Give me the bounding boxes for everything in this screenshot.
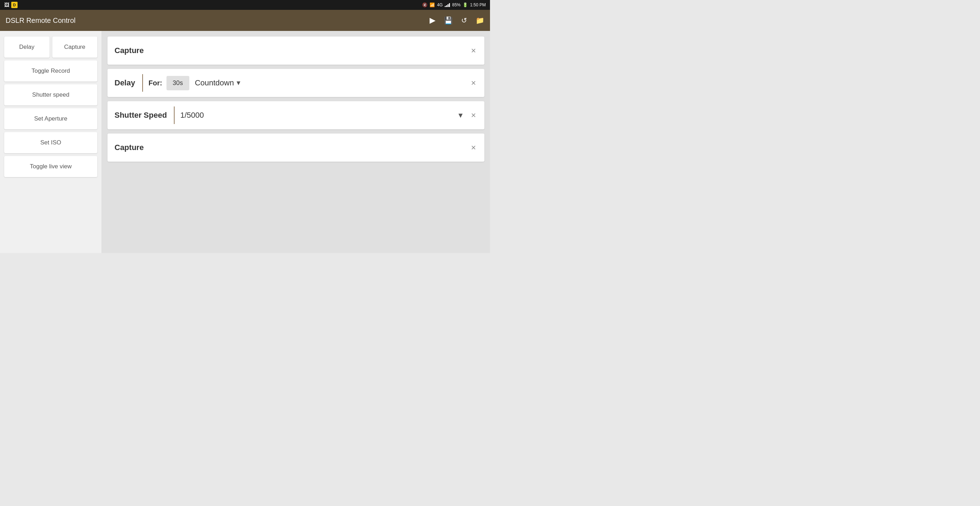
shutter-value-row: 1/5000 ▼ xyxy=(180,111,469,120)
countdown-label: Countdown xyxy=(195,78,234,88)
folder-button[interactable]: 📁 xyxy=(476,16,484,25)
countdown-dropdown-arrow: ▼ xyxy=(235,80,242,87)
signal-icon xyxy=(445,3,450,7)
capture-card-2-title: Capture xyxy=(115,143,469,152)
capture-card-2-close[interactable]: × xyxy=(469,141,477,154)
battery-icon: 🔋 xyxy=(463,2,468,7)
delay-card-label: Delay xyxy=(115,78,142,88)
shutter-divider xyxy=(174,107,175,124)
header-actions: ▶ 💾 ↺ 📁 xyxy=(430,16,484,25)
app-d-icon: D xyxy=(11,2,18,8)
battery-percent: 85% xyxy=(452,2,460,7)
delay-card-close[interactable]: × xyxy=(469,76,477,89)
set-iso-button[interactable]: Set ISO xyxy=(4,132,97,153)
play-button[interactable]: ▶ xyxy=(430,16,436,25)
image-icon: 🖼 xyxy=(4,2,9,8)
set-aperture-button[interactable]: Set Aperture xyxy=(4,108,97,129)
delay-button[interactable]: Delay xyxy=(4,37,49,57)
sidebar: Delay Capture Toggle Record Shutter spee… xyxy=(0,31,102,253)
shutter-value: 1/5000 xyxy=(180,111,454,120)
capture-card-1-title: Capture xyxy=(115,46,469,55)
mute-icon: 🔇 xyxy=(422,2,428,7)
shutter-speed-button[interactable]: Shutter speed xyxy=(4,84,97,105)
countdown-dropdown[interactable]: Countdown ▼ xyxy=(195,78,469,88)
shutter-card-close[interactable]: × xyxy=(469,109,477,122)
save-button[interactable]: 💾 xyxy=(444,16,453,25)
for-label: For: xyxy=(149,79,162,87)
status-icons: 🔇 📶 4G 85% 🔋 1:50 PM xyxy=(422,2,486,7)
shutter-card: Shutter Speed 1/5000 ▼ × xyxy=(108,101,484,129)
shutter-dropdown-arrow[interactable]: ▼ xyxy=(457,111,464,119)
wifi-icon: 📶 xyxy=(430,2,435,7)
capture-card-2: Capture × xyxy=(108,134,484,162)
right-panel: Capture × Delay For: 30s Countdown ▼ × S… xyxy=(102,31,490,253)
toggle-live-view-button[interactable]: Toggle live view xyxy=(4,156,97,177)
time-display: 1:50 PM xyxy=(470,2,486,7)
delay-divider xyxy=(142,74,143,92)
capture-card-1-close[interactable]: × xyxy=(469,44,477,57)
delay-card: Delay For: 30s Countdown ▼ × xyxy=(108,69,484,97)
app-title: DSLR Remote Control xyxy=(6,16,430,25)
shutter-label: Shutter Speed xyxy=(115,111,174,120)
capture-button-sidebar[interactable]: Capture xyxy=(52,37,98,57)
app-header: DSLR Remote Control ▶ 💾 ↺ 📁 xyxy=(0,10,490,31)
main-content: Delay Capture Toggle Record Shutter spee… xyxy=(0,31,490,253)
sidebar-row-1: Delay Capture xyxy=(4,37,97,57)
status-bar: 🖼 D 🔇 📶 4G 85% 🔋 1:50 PM xyxy=(0,0,490,10)
reset-button[interactable]: ↺ xyxy=(461,16,467,25)
capture-card-1: Capture × xyxy=(108,37,484,65)
toggle-record-button[interactable]: Toggle Record xyxy=(4,60,97,81)
network-label: 4G xyxy=(437,2,442,7)
time-value[interactable]: 30s xyxy=(167,76,189,90)
